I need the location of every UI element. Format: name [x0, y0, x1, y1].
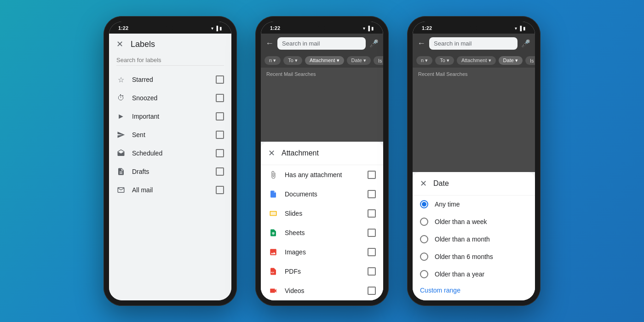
list-item[interactable]: ⏱ Snoozed — [109, 89, 231, 107]
list-item[interactable]: All mail — [109, 181, 231, 199]
radio-anytime-fill — [422, 202, 426, 207]
svg-text:PDF: PDF — [271, 272, 275, 274]
date-option-year[interactable]: Older than a year — [413, 265, 535, 283]
status-icons-1: ▾ ▐ ▮ — [211, 26, 222, 31]
attach-icon — [268, 170, 278, 180]
scheduled-checkbox[interactable] — [216, 149, 224, 157]
drafts-checkbox[interactable] — [216, 167, 224, 176]
allmail-icon — [116, 185, 126, 195]
date-sheet-title: Date — [433, 179, 449, 188]
filter-chip-unread-3[interactable]: Is unre — [525, 56, 535, 65]
dark-search-area-2: Recent Mail Searches — [261, 68, 383, 142]
sent-checkbox[interactable] — [216, 131, 224, 139]
important-icon: ► — [116, 112, 126, 121]
search-header-3: ← Search in mail 🎤 — [413, 34, 535, 53]
list-item[interactable]: ☆ Starred — [109, 70, 231, 89]
attachment-any-label: Has any attachment — [285, 171, 361, 178]
search-placeholder-2: Search in mail — [282, 40, 320, 47]
wifi-icon-1: ▾ — [211, 26, 213, 31]
radio-year[interactable] — [420, 270, 428, 278]
filter-chip-attachment[interactable]: Attachment ▾ — [305, 56, 344, 65]
filter-chip-attachment-3[interactable]: Attachment ▾ — [457, 56, 496, 65]
label-scheduled: Scheduled — [132, 150, 209, 157]
attachment-item-images[interactable]: Images — [261, 242, 383, 262]
date-option-week[interactable]: Older than a week — [413, 213, 535, 230]
slides-checkbox[interactable] — [368, 209, 376, 218]
filter-chip-date[interactable]: Date ▾ — [347, 56, 371, 65]
important-checkbox[interactable] — [216, 112, 224, 121]
attachment-item-any[interactable]: Has any attachment — [261, 165, 383, 184]
signal-icon-1: ▐ — [215, 26, 218, 31]
filter-chip-to-3[interactable]: To ▾ — [435, 56, 454, 65]
attachment-item-sheets[interactable]: Sheets — [261, 223, 383, 242]
radio-anytime[interactable] — [420, 200, 428, 208]
status-bar-2: 1:22 ▾ ▐ ▮ — [261, 22, 383, 34]
docs-icon — [268, 189, 278, 199]
list-item[interactable]: ► Important — [109, 107, 231, 126]
back-icon-2[interactable]: ← — [265, 39, 274, 48]
search-bar-3[interactable]: Search in mail — [429, 37, 518, 50]
date-sheet-header: ✕ Date — [413, 172, 535, 196]
label-snoozed: Snoozed — [132, 94, 209, 102]
date-option-month[interactable]: Older than a month — [413, 230, 535, 248]
phone-attachment: 1:22 ▾ ▐ ▮ ← Search in mail 🎤 n ▾ To ▾ — [255, 16, 389, 306]
list-item[interactable]: Sent — [109, 126, 231, 144]
camera-notch-2 — [318, 24, 325, 32]
date-close-button[interactable]: ✕ — [420, 178, 427, 189]
filter-chip-to[interactable]: To ▾ — [283, 56, 302, 65]
attachment-close-button[interactable]: ✕ — [268, 148, 275, 158]
labels-close-button[interactable]: ✕ — [116, 39, 123, 49]
label-starred: Starred — [132, 76, 209, 83]
attachment-item-pdfs[interactable]: PDF PDFs — [261, 262, 383, 281]
back-icon-3[interactable]: ← — [417, 39, 426, 48]
docs-label: Documents — [285, 190, 361, 198]
labels-title: Labels — [131, 40, 155, 49]
filter-chip-from[interactable]: n ▾ — [264, 56, 281, 65]
attachment-item-docs[interactable]: Documents — [261, 184, 383, 204]
label-search-input[interactable] — [116, 55, 224, 66]
phone-date: 1:22 ▾ ▐ ▮ ← Search in mail 🎤 n ▾ To ▾ — [407, 16, 540, 306]
scheduled-icon — [116, 149, 126, 158]
attachment-item-slides[interactable]: Slides — [261, 204, 383, 223]
videos-checkbox[interactable] — [368, 287, 376, 295]
radio-month[interactable] — [420, 235, 428, 243]
star-icon: ☆ — [116, 75, 126, 84]
radio-6months[interactable] — [420, 253, 428, 261]
images-checkbox[interactable] — [368, 248, 376, 256]
wifi-icon-3: ▾ — [515, 26, 517, 31]
time-1: 1:22 — [118, 25, 128, 31]
date-screen: ← Search in mail 🎤 n ▾ To ▾ Attachment ▾… — [413, 34, 535, 300]
date-option-anytime[interactable]: Any time — [413, 196, 535, 213]
snoozed-checkbox[interactable] — [216, 94, 224, 102]
attachment-any-checkbox[interactable] — [368, 171, 376, 179]
videos-icon — [268, 286, 278, 296]
attachment-screen: ← Search in mail 🎤 n ▾ To ▾ Attachment ▾… — [261, 34, 383, 300]
mic-icon-3[interactable]: 🎤 — [521, 39, 530, 48]
allmail-checkbox[interactable] — [216, 186, 224, 194]
pdfs-checkbox[interactable] — [368, 267, 376, 276]
images-icon — [268, 247, 278, 257]
label-sent: Sent — [132, 131, 209, 138]
camera-notch-1 — [166, 24, 173, 32]
battery-icon-2: ▮ — [371, 26, 374, 31]
search-bar-2[interactable]: Search in mail — [277, 37, 366, 50]
list-item[interactable]: Drafts — [109, 162, 231, 181]
docs-checkbox[interactable] — [368, 190, 376, 198]
radio-week[interactable] — [420, 218, 428, 226]
attachment-item-videos[interactable]: Videos — [261, 281, 383, 300]
filter-chip-date-3[interactable]: Date ▾ — [499, 56, 523, 65]
starred-checkbox[interactable] — [216, 75, 224, 84]
status-bar-1: 1:22 ▾ ▐ ▮ — [109, 22, 231, 34]
recent-label-3: Recent Mail Searches — [413, 68, 535, 80]
pdfs-label: PDFs — [285, 268, 361, 275]
filter-chip-from-3[interactable]: n ▾ — [416, 56, 432, 65]
date-option-6months[interactable]: Older than 6 months — [413, 248, 535, 265]
mic-icon-2[interactable]: 🎤 — [369, 39, 379, 48]
filter-chip-unread[interactable]: Is unre — [374, 56, 383, 65]
custom-range-link[interactable]: Custom range — [413, 283, 535, 300]
label-search-container — [109, 53, 231, 70]
camera-notch-3 — [470, 24, 477, 32]
filter-bar-2: n ▾ To ▾ Attachment ▾ Date ▾ Is unre — [261, 53, 383, 68]
sheets-checkbox[interactable] — [368, 229, 376, 237]
list-item[interactable]: Scheduled — [109, 144, 231, 162]
